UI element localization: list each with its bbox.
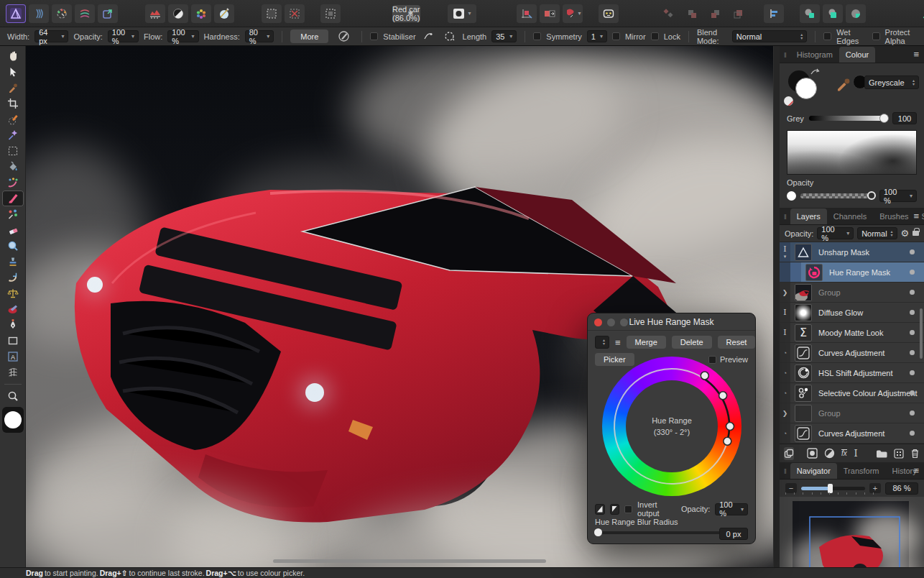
- panel-grip[interactable]: ‖: [780, 52, 790, 63]
- layer-row-curves-adjustment-1[interactable]: ◔ Curves Adjustment: [780, 343, 924, 363]
- symmetry-count-input[interactable]: 1▾: [587, 30, 607, 42]
- colour-selector-well[interactable]: [2, 407, 24, 433]
- zoom-preset-field[interactable]: Red car (86.0%) ✱: [392, 5, 420, 22]
- colour-panel-menu-icon[interactable]: ≡: [913, 49, 919, 60]
- liquify-persona-icon[interactable]: [29, 4, 49, 23]
- opacity-input[interactable]: 100 %▾: [108, 30, 139, 42]
- grey-slider[interactable]: [809, 116, 887, 121]
- quick-mask-caret-icon[interactable]: ▾: [468, 10, 471, 17]
- zoom-tool[interactable]: [2, 388, 24, 404]
- close-window-icon[interactable]: [594, 318, 602, 326]
- panel-grip[interactable]: ‖: [780, 214, 790, 224]
- text-tool[interactable]: A: [2, 349, 24, 364]
- move-tool[interactable]: [2, 64, 24, 80]
- flood-fill-tool[interactable]: [2, 159, 24, 175]
- delete-layer-icon[interactable]: [910, 447, 920, 460]
- merge-button[interactable]: Merge: [627, 336, 666, 349]
- stabiliser-checkbox[interactable]: [370, 32, 378, 40]
- layer-row-hsl-shift-adjustment[interactable]: ◔ HSL Shift Adjustment: [780, 363, 924, 383]
- rope-stabiliser-icon[interactable]: [421, 29, 437, 44]
- canvas-horizontal-scrollbar[interactable]: [273, 559, 546, 563]
- colour-mode-select[interactable]: Greyscale ▴▾: [864, 75, 919, 89]
- tab-layers[interactable]: Layers: [790, 208, 827, 224]
- mesh-warp-tool[interactable]: [2, 364, 24, 380]
- undo-brush-tool[interactable]: [2, 270, 24, 285]
- layer-visibility-dot[interactable]: [910, 310, 915, 315]
- invert-selection-icon[interactable]: [320, 4, 341, 23]
- zoom-out-button[interactable]: −: [785, 483, 797, 493]
- rectangle-tool[interactable]: [2, 333, 24, 349]
- flow-input[interactable]: 100 %▾: [167, 30, 198, 42]
- zoom-window-icon[interactable]: [620, 318, 628, 326]
- auto-colour-icon[interactable]: [191, 4, 211, 23]
- arrange-move-to-back-icon[interactable]: [728, 4, 748, 23]
- layer-lock-icon[interactable]: [913, 231, 919, 236]
- layer-row-diffuse-glow[interactable]: I Diffuse Glow: [780, 303, 924, 323]
- account-icon[interactable]: [918, 4, 924, 23]
- mirror-checkbox[interactable]: [612, 32, 620, 40]
- preset-select[interactable]: ▴▾: [595, 336, 609, 349]
- assistant-icon[interactable]: [599, 4, 619, 23]
- layer-options-gear-icon[interactable]: ⚙: [901, 228, 910, 239]
- crop-tool[interactable]: [2, 96, 24, 111]
- layer-row-moody-matte-look[interactable]: I Σ Moody Matte Look: [780, 323, 924, 343]
- grey-value[interactable]: 100: [892, 112, 917, 124]
- layer-visibility-dot[interactable]: [910, 431, 915, 436]
- hardness-input[interactable]: 80 %▾: [245, 30, 274, 42]
- no-colour-swatch[interactable]: [784, 96, 793, 106]
- export-persona-icon[interactable]: [98, 4, 118, 23]
- arrange-move-forward-icon[interactable]: [682, 4, 702, 23]
- quick-mask-button[interactable]: ▾: [448, 4, 476, 23]
- move-whole-pixels-icon[interactable]: ▾: [563, 4, 583, 23]
- layer-row-group-2[interactable]: ❯ Group: [780, 403, 924, 423]
- tone-mapping-persona-icon[interactable]: [75, 4, 95, 23]
- blend-mode-select[interactable]: Normal ▴▾: [732, 30, 807, 42]
- layer-effects-icon[interactable]: fx: [841, 447, 847, 460]
- zoom-in-button[interactable]: +: [869, 483, 881, 493]
- auto-white-balance-icon[interactable]: [214, 4, 234, 23]
- preset-menu-icon[interactable]: ≡: [615, 337, 621, 348]
- arrange-move-backward-icon[interactable]: [705, 4, 725, 23]
- layer-visibility-dot[interactable]: [910, 410, 915, 416]
- link-layers-icon[interactable]: [784, 447, 794, 460]
- tab-channels[interactable]: Channels: [827, 208, 873, 224]
- mask-layer-icon[interactable]: [807, 447, 818, 460]
- tab-transform[interactable]: Transform: [837, 463, 886, 479]
- layer-row-unsharp-mask[interactable]: I▾ Unsharp Mask: [780, 242, 924, 262]
- auto-levels-icon[interactable]: [145, 4, 165, 23]
- invert-output-checkbox[interactable]: [624, 505, 632, 513]
- gradient-out-button[interactable]: [610, 504, 620, 515]
- colour-replacement-brush-tool[interactable]: [2, 206, 24, 222]
- develop-persona-icon[interactable]: [52, 4, 72, 23]
- swap-colours-icon[interactable]: [810, 68, 820, 76]
- move-pixels-caret-icon[interactable]: ▾: [578, 10, 581, 17]
- colour-opacity-value[interactable]: 100 %▾: [879, 190, 917, 202]
- gradient-in-button[interactable]: [595, 504, 605, 515]
- reset-button[interactable]: Reset: [718, 336, 756, 349]
- layer-visibility-dot[interactable]: [910, 270, 915, 275]
- colour-picker-tool[interactable]: [2, 80, 24, 96]
- layer-row-hue-range-mask[interactable]: Hue Range Mask: [780, 262, 924, 283]
- new-group-icon[interactable]: [876, 447, 887, 460]
- favourite-star-icon[interactable]: ✱: [407, 9, 413, 17]
- symmetry-checkbox[interactable]: [533, 32, 541, 40]
- pixel-tool[interactable]: [2, 175, 24, 191]
- paint-brush-tool[interactable]: [2, 191, 24, 206]
- live-filter-icon[interactable]: I: [854, 447, 859, 460]
- flood-select-tool[interactable]: [2, 127, 24, 143]
- adjustment-layer-icon[interactable]: [824, 447, 835, 460]
- dodge-burn-tool[interactable]: [2, 285, 24, 301]
- zoom-slider[interactable]: [801, 487, 865, 490]
- foreground-colour-swatch[interactable]: [4, 411, 22, 428]
- layer-visibility-dot[interactable]: [910, 330, 915, 335]
- layer-row-group-1[interactable]: ❯ Group: [780, 283, 924, 303]
- auto-contrast-icon[interactable]: [168, 4, 188, 23]
- layers-blend-select[interactable]: Normal ▴▾: [857, 227, 897, 239]
- width-input[interactable]: 64 px▾: [34, 30, 68, 42]
- layers-opacity-input[interactable]: 100 %▾: [817, 227, 854, 239]
- arrange-move-to-front-icon[interactable]: [659, 4, 679, 23]
- protect-alpha-checkbox[interactable]: [872, 32, 880, 40]
- hue-range-wheel[interactable]: Hue Range (330° - 2°): [602, 357, 741, 496]
- panel-grip[interactable]: ‖: [780, 468, 790, 479]
- blur-radius-value[interactable]: 0 px: [719, 528, 748, 540]
